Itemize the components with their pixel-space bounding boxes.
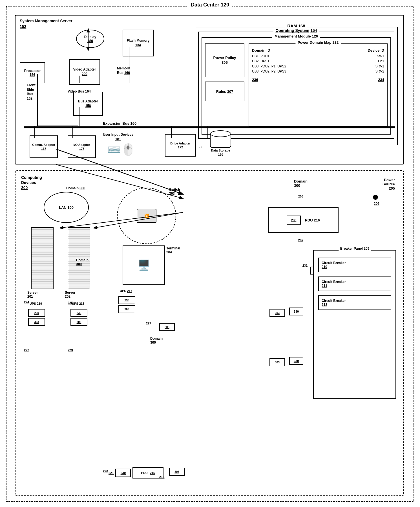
sys-mgmt-num: 152 — [20, 24, 72, 29]
expansion-bus-num: 160 — [131, 121, 137, 126]
domain-300a-num: 300 — [79, 186, 85, 190]
num-227: 227 — [146, 322, 151, 325]
pdu-215-num: 215 — [150, 471, 155, 475]
fsb-label: FrontSideBus162 — [27, 83, 36, 101]
data-storage-box: Data Storage 170 — [207, 133, 234, 158]
switch-circle: 🔀 — [117, 188, 176, 244]
terminal-icon: 🖥️ — [138, 259, 150, 271]
flash-memory-num: 134 — [135, 43, 141, 47]
box-230-c: 230 — [118, 296, 135, 304]
video-adapter-num: 209 — [82, 72, 87, 76]
data-storage-num: 170 — [218, 153, 223, 156]
num-207: 207 — [298, 238, 303, 242]
switch-icon: 🔀 — [137, 209, 156, 223]
box-230-cb211: 230 — [289, 308, 303, 315]
pdu-215-box: PDU 215 — [132, 467, 163, 479]
power-policy-box: Power Policy 305 — [205, 43, 244, 77]
box-303-near-214: 303 — [169, 468, 185, 476]
rules-num: 307 — [227, 89, 233, 94]
ups-218-label: UPS 218 — [72, 302, 84, 305]
box-303-cb211: 303 — [269, 309, 285, 317]
power-source-num: 205 — [389, 186, 395, 190]
num-220: 220 — [103, 469, 108, 473]
cylinder-icon — [210, 133, 231, 148]
mgmt-module-num: 126 — [312, 34, 318, 38]
flash-memory-box: Flash Memory 134 — [123, 30, 154, 56]
drive-adapter-box: Drive Adapter 172 — [165, 134, 196, 157]
pdm-num-234: 234 — [378, 78, 384, 82]
ups-217-num: 217 — [127, 289, 132, 293]
num-221: 221 — [109, 471, 114, 475]
ups-218-num: 218 — [79, 302, 84, 305]
lan-num: 100 — [67, 205, 74, 210]
memory-bus-label: MemoryBus 166 — [117, 66, 130, 75]
ups-219-label: UPS 219 — [30, 302, 42, 305]
pdm-row-3: CB3_PDU2_P1_UPS2 SRV1 — [252, 64, 384, 68]
num-208: 208 — [298, 195, 303, 198]
keyboard-area: ⌨️🖱️ — [103, 140, 140, 159]
domain-300b-num: 300 — [76, 262, 82, 266]
computing-devices-num: 200 — [21, 185, 42, 190]
domain-300d-num: 300 — [294, 183, 300, 188]
processor-box: Processor 156 — [20, 62, 45, 83]
bus-adapter-num: 158 — [85, 104, 91, 108]
pdm-table: Domain ID Device ID CB1_PDU1 SW1 CB2_UPS… — [252, 48, 384, 82]
server-202-num: 202 — [65, 295, 70, 299]
ram-num: 168 — [298, 23, 305, 28]
rules-box: Rules 307 — [205, 82, 244, 101]
box-230-a: 230 — [28, 309, 45, 317]
bus-adapter-box: Bus Adapter 158 — [73, 92, 103, 116]
circuit-breaker-212-box: Circuit Breaker 212 — [318, 295, 391, 310]
power-source-label: PowerSource 205 — [383, 178, 395, 190]
power-policy-num: 305 — [222, 60, 228, 65]
pdu-216-box: 230 PDU 216 — [268, 207, 339, 233]
processor-num: 156 — [30, 73, 35, 77]
display-oval: Display 180 — [76, 30, 104, 48]
server-202-label: Server 202 — [65, 291, 75, 299]
pdu-216-num: 216 — [314, 218, 320, 222]
box-303-d: 303 — [159, 323, 175, 331]
terminal-label: Terminal 204 — [166, 246, 180, 254]
domain-300a-label: Domain 300 — [66, 186, 85, 190]
cb211-num: 211 — [322, 284, 327, 288]
server-201-num: 201 — [27, 295, 33, 299]
sys-mgmt-label: System Management Server 152 — [20, 18, 72, 29]
pdm-num-236: 236 — [252, 78, 258, 82]
pdm-label: Power Domain Map 232 — [295, 40, 341, 45]
pdm-row-1: CB1_PDU1 SW1 — [252, 54, 384, 58]
io-adapter-num: 178 — [79, 147, 84, 150]
ups-219-num: 219 — [37, 302, 42, 305]
comm-adapter-num: 167 — [41, 147, 46, 150]
computing-devices-box: ComputingDevices 200 LAN 100 Domain 300 … — [15, 170, 404, 496]
ups-217-label: UPS 217 — [120, 289, 132, 293]
breaker-panel-num: 209 — [364, 247, 369, 251]
expansion-bus-line — [24, 126, 395, 128]
box-303-b: 303 — [70, 318, 87, 326]
datacenter-num: 120 — [221, 2, 229, 8]
server-201-label: Server 201 — [27, 291, 38, 299]
pdu-215-area: 221 230 PDU 215 — [109, 467, 163, 479]
mgmt-module-box: Management Module 126 Power Policy 305 R… — [202, 37, 391, 135]
cb210-num: 210 — [322, 265, 327, 269]
pdm-num: 232 — [332, 40, 339, 45]
domain-300c-num: 300 — [150, 341, 156, 344]
comm-adapter-box: Comm. Adapter 167 — [30, 135, 58, 158]
ups-219-boxes: 230 303 — [28, 309, 45, 326]
keyboard-icon: ⌨️🖱️ — [107, 143, 135, 156]
arrow-bidirectional: ↔ — [198, 144, 203, 150]
memory-bus-num: 166 — [124, 71, 130, 75]
pdm-row-2: CB2_UPS1 TM1 — [252, 59, 384, 63]
expansion-bus-label: Expansion Bus 160 — [103, 121, 136, 126]
computing-devices-label: ComputingDevices 200 — [21, 175, 42, 190]
breaker-panel-box: Breaker Panel 209 Circuit Breaker 210 Ci… — [313, 250, 396, 399]
domain-300-top-right: Domain 300 — [294, 179, 308, 188]
mgmt-module-label: Management Module 126 — [272, 34, 320, 38]
ram-label: RAM 168 — [285, 23, 307, 28]
lan-cloud: LAN 100 — [44, 192, 89, 223]
server-201-visual — [32, 228, 53, 289]
terminal-num: 204 — [166, 250, 172, 254]
ups-218-boxes: 230 303 — [70, 309, 87, 326]
box-230-cb212: 230 — [289, 357, 303, 365]
num-224: 224 — [24, 300, 29, 304]
drive-adapter-num: 172 — [178, 146, 183, 149]
